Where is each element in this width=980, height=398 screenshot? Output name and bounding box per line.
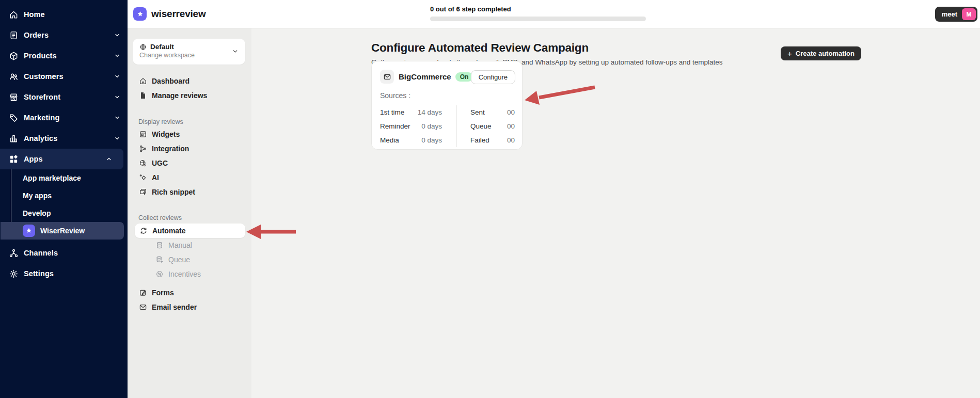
workspace-switcher[interactable]: Default Change workspace (133, 39, 245, 65)
plus-icon: + (787, 50, 792, 57)
sidebar-item-label: Products (24, 52, 57, 60)
app-nav-label: Forms (152, 289, 174, 297)
brand-name: wiserreview (151, 8, 206, 20)
app-nav-label: Dashboard (152, 77, 189, 85)
app-nav-dashboard[interactable]: Dashboard (133, 74, 245, 88)
app-nav-widgets[interactable]: Widgets (133, 127, 245, 141)
chevron-down-icon (114, 53, 120, 59)
top-header: 0 out of 6 step completed meet M (251, 0, 980, 28)
chevron-down-icon (114, 73, 120, 79)
chevron-down-icon (114, 32, 120, 38)
widgets-icon (138, 130, 147, 139)
sidebar-item-app-marketplace[interactable]: App marketplace (11, 169, 128, 187)
workspace-action: Change workspace (139, 52, 239, 59)
wiserreview-logo (23, 225, 35, 237)
progress-bar (430, 17, 646, 21)
sidebar-item-label: Orders (24, 31, 49, 39)
app-nav-label: AI (152, 173, 159, 182)
ai-sparkle-icon (138, 173, 147, 182)
sidebar-item-label: Develop (23, 209, 51, 217)
sidebar-item-marketing[interactable]: Marketing (0, 107, 128, 128)
app-nav-rich-snippet[interactable]: Rich snippet (133, 185, 245, 199)
stat-value: 00 (507, 122, 515, 130)
chevron-down-icon (114, 94, 120, 100)
account-menu[interactable]: meet M (935, 7, 977, 22)
progress-label: 0 out of 6 step completed (430, 5, 646, 13)
app-nav-label: Integration (152, 145, 189, 153)
stat-value: 00 (507, 136, 515, 144)
stat-label: Queue (470, 122, 492, 130)
section-display-reviews: Display reviews (133, 116, 245, 125)
stat-value: 0 days (421, 122, 442, 130)
stat-value: 14 days (418, 108, 442, 116)
globe-icon (139, 43, 147, 51)
app-nav-email-sender[interactable]: Email sender (133, 300, 245, 314)
sidebar-item-label: Storefront (24, 93, 60, 101)
analytics-icon (9, 134, 19, 144)
stat-label: Media (380, 136, 399, 144)
sidebar-item-label: Channels (24, 249, 58, 257)
queue-database-icon (155, 256, 164, 264)
stat-row: Reminder 0 days (380, 119, 442, 133)
app-nav-manage-reviews[interactable]: Manage reviews (133, 88, 245, 103)
avatar[interactable]: M (962, 8, 976, 20)
sidebar-item-customers[interactable]: Customers (0, 66, 128, 87)
campaign-card: BigCommerce On Configure Sources : 1st t… (371, 61, 523, 150)
app-nav-automate[interactable]: Automate (135, 224, 245, 238)
incentives-badge-icon (155, 270, 164, 279)
app-nav-ugc[interactable]: $ UGC (133, 156, 245, 170)
app-nav-label: Automate (152, 227, 186, 235)
sidebar-item-my-apps[interactable]: My apps (11, 187, 128, 204)
chevron-up-icon (106, 156, 112, 162)
sidebar-item-apps[interactable]: Apps (0, 149, 123, 169)
rich-snippet-icon (138, 188, 147, 197)
chevron-down-icon (114, 135, 120, 141)
sidebar-item-products[interactable]: Products (0, 45, 128, 66)
app-root: Home Orders Products Customers Storefron… (0, 0, 980, 398)
stat-value: 0 days (421, 136, 442, 144)
app-nav-ai[interactable]: AI (133, 170, 245, 185)
sidebar-item-analytics[interactable]: Analytics (0, 128, 128, 149)
workspace-name: Default (150, 43, 174, 51)
sidebar-item-channels[interactable]: Channels (0, 243, 128, 263)
app-nav-queue[interactable]: Queue (133, 252, 245, 267)
account-name: meet (942, 10, 957, 18)
stat-label: 1st time (380, 108, 404, 116)
orders-icon (9, 30, 19, 40)
app-nav-label: Email sender (152, 303, 197, 311)
stat-row: 1st time 14 days (380, 105, 442, 119)
sidebar-item-label: Marketing (24, 114, 59, 122)
document-icon (138, 91, 147, 100)
app-nav-label: Manual (168, 241, 192, 249)
stat-row: Sent 00 (470, 105, 515, 119)
sidebar-item-develop[interactable]: Develop (11, 204, 128, 222)
app-nav-incentives[interactable]: Incentives (133, 267, 245, 281)
chevron-down-icon (232, 48, 239, 55)
marketing-icon (9, 113, 19, 123)
svg-text:$: $ (144, 163, 146, 167)
app-nav-integration[interactable]: Integration (133, 141, 245, 156)
create-automation-button[interactable]: + Create automation (781, 46, 861, 60)
sidebar-item-storefront[interactable]: Storefront (0, 87, 128, 107)
app-nav-forms[interactable]: Forms (133, 285, 245, 300)
sidebar-item-home[interactable]: Home (0, 4, 128, 25)
sidebar-item-label: My apps (23, 192, 52, 200)
apps-icon (9, 154, 19, 164)
storefront-icon (9, 92, 19, 102)
apps-submenu: App marketplace My apps Develop WiserRev… (11, 169, 128, 240)
sidebar-item-settings[interactable]: Settings (0, 263, 128, 284)
configure-button[interactable]: Configure (471, 70, 515, 84)
provider-name: BigCommerce (399, 72, 451, 81)
provider-tile (380, 70, 394, 84)
sidebar-item-label: WiserReview (40, 227, 85, 235)
automate-refresh-icon (139, 227, 148, 235)
app-nav-manual[interactable]: Manual (133, 238, 245, 252)
integration-icon (138, 145, 147, 153)
app-nav-label: UGC (152, 159, 168, 167)
create-automation-label: Create automation (796, 50, 855, 57)
sidebar-item-wiserreview[interactable]: WiserReview (1, 222, 124, 240)
onboarding-progress: 0 out of 6 step completed (430, 5, 646, 21)
sidebar-item-orders[interactable]: Orders (0, 25, 128, 45)
sidebar-item-label: App marketplace (23, 174, 81, 182)
app-sidebar: wiserreview Default Change workspace Das… (128, 0, 251, 398)
